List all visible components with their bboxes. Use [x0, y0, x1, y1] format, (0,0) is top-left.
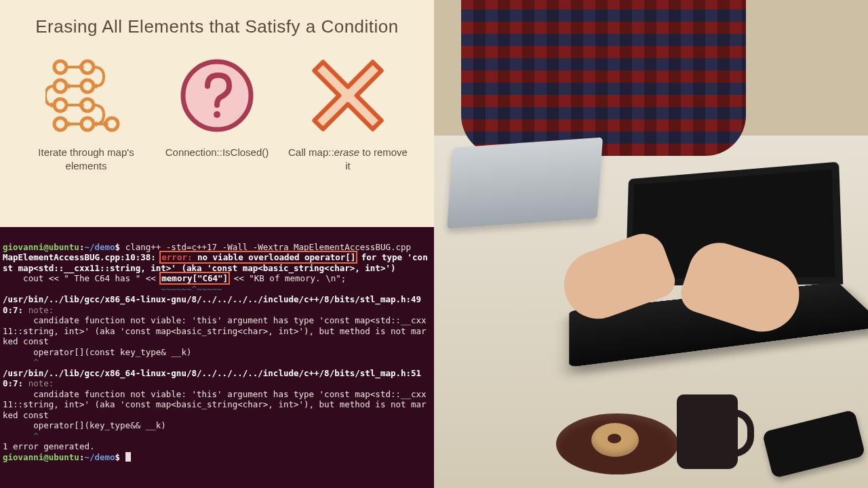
error-summary: 1 error generated. [3, 441, 94, 451]
slide-panel: Erasing All Elements that Satisfy a Cond… [0, 0, 434, 227]
slide-steps-row: Iterate through map's elements Connectio… [23, 55, 411, 174]
screenshot-root: Erasing All Elements that Satisfy a Cond… [0, 0, 868, 488]
error-location: MapElementAccessBUG.cpp:10:38: [3, 252, 156, 262]
terminal-command: clang++ -std=c++17 -Wall -Wextra MapElem… [125, 242, 411, 252]
note2-body: candidate function not viable: 'this' ar… [3, 389, 427, 420]
svg-point-0 [54, 61, 66, 73]
note2-label: note: [28, 378, 54, 388]
question-circle-icon [176, 55, 258, 136]
slide-title: Erasing All Elements that Satisfy a Cond… [23, 16, 411, 37]
step-iterate: Iterate through map's elements [26, 55, 146, 174]
coffee-mug [677, 394, 738, 469]
note2-location: /usr/bin/../lib/gcc/x86_64-linux-gnu/8/.… [3, 368, 421, 389]
prompt-path: ~/demo [84, 242, 115, 252]
error-label: error: [161, 252, 192, 262]
donut [591, 423, 639, 457]
step-condition: Connection::IsClosed() [157, 55, 277, 159]
svg-point-17 [183, 62, 251, 129]
photo-illustration [434, 0, 868, 488]
person-plaid-shirt [461, 0, 746, 156]
note1-location: /usr/bin/../lib/gcc/x86_64-linux-gnu/8/.… [3, 294, 421, 315]
left-column: Erasing All Elements that Satisfy a Cond… [0, 0, 434, 488]
note1-body: candidate function not viable: 'this' ar… [3, 315, 427, 346]
error-code-line-b: << "KB of memory. \n"; [229, 273, 346, 283]
error-highlight-expr: memory["C64"] [161, 273, 229, 283]
step-condition-caption: Connection::IsClosed() [165, 146, 269, 159]
terminal-cursor [125, 452, 131, 462]
note2-signature: operator[](key_type&& __k) [3, 420, 166, 430]
cross-x-icon [307, 55, 389, 136]
note1-signature: operator[](const key_type& __k) [3, 347, 191, 357]
photo-panel [434, 0, 868, 488]
note1-label: note: [28, 305, 54, 315]
step-erase-caption: Call map::erase to remove it [288, 146, 408, 174]
caret-line-3: ^ [3, 431, 39, 441]
caret-line-2: ^ [3, 357, 39, 367]
error-code-line-a: cout << " The C64 has " << [3, 273, 161, 283]
terminal-panel: giovanni@ubuntu:~/demo$ clang++ -std=c++… [0, 227, 434, 488]
iterate-flow-icon [45, 55, 127, 136]
svg-point-18 [214, 111, 220, 118]
step-iterate-caption: Iterate through map's elements [26, 146, 146, 174]
step-erase: Call map::erase to remove it [288, 55, 408, 174]
prompt-user: giovanni@ubuntu [3, 242, 79, 252]
error-message-main: no viable overloaded operator[] [197, 252, 355, 262]
caret-line-1: ~~~~~~^~~~~~ [3, 284, 222, 294]
